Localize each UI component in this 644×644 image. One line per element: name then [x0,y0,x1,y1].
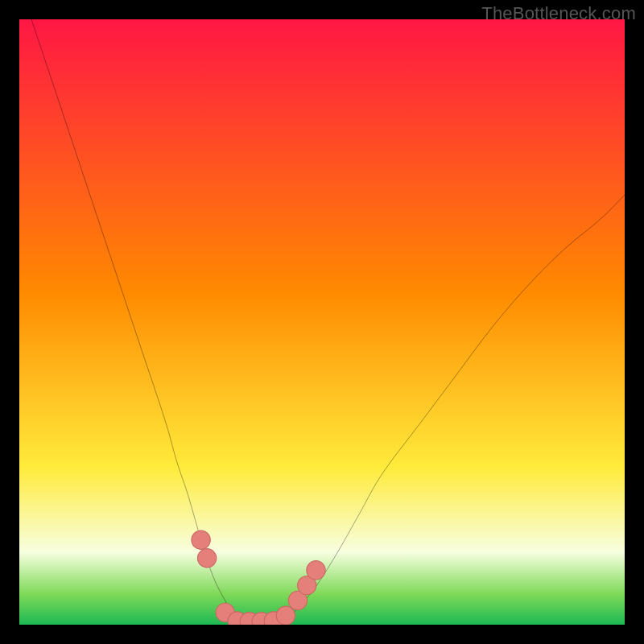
valley-dot [192,530,210,549]
gradient-background [19,19,625,625]
valley-dot [197,549,216,568]
image-frame: TheBottleneck.com [0,0,644,644]
plot-area [19,19,625,625]
chart-svg [19,19,625,625]
valley-dot [307,561,325,580]
valley-dot [276,606,295,625]
watermark-text: TheBottleneck.com [481,3,636,24]
